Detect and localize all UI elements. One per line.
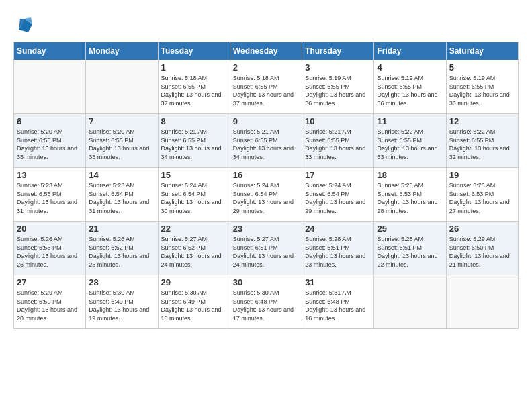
day-number: 6 xyxy=(17,116,83,126)
day-info: Sunrise: 5:30 AMSunset: 6:49 PMDaylight:… xyxy=(161,289,227,322)
day-info: Sunrise: 5:27 AMSunset: 6:51 PMDaylight:… xyxy=(233,235,299,269)
calendar-cell: 25Sunrise: 5:28 AMSunset: 6:51 PMDayligh… xyxy=(374,222,446,275)
calendar-cell: 9Sunrise: 5:21 AMSunset: 6:55 PMDaylight… xyxy=(230,114,302,168)
day-info: Sunrise: 5:31 AMSunset: 6:48 PMDaylight:… xyxy=(305,289,371,322)
calendar-cell: 24Sunrise: 5:28 AMSunset: 6:51 PMDayligh… xyxy=(302,222,374,275)
day-number: 3 xyxy=(305,62,371,73)
week-row-5: 27Sunrise: 5:29 AMSunset: 6:50 PMDayligh… xyxy=(14,275,519,329)
calendar-cell xyxy=(374,275,446,329)
calendar-cell: 29Sunrise: 5:30 AMSunset: 6:49 PMDayligh… xyxy=(158,275,230,329)
day-info: Sunrise: 5:24 AMSunset: 6:54 PMDaylight:… xyxy=(305,181,371,215)
day-number: 27 xyxy=(17,277,83,287)
calendar-cell: 8Sunrise: 5:21 AMSunset: 6:55 PMDaylight… xyxy=(158,114,230,168)
calendar-cell: 13Sunrise: 5:23 AMSunset: 6:55 PMDayligh… xyxy=(14,168,86,222)
calendar-cell: 23Sunrise: 5:27 AMSunset: 6:51 PMDayligh… xyxy=(230,222,302,275)
calendar-cell: 31Sunrise: 5:31 AMSunset: 6:48 PMDayligh… xyxy=(302,275,374,329)
day-info: Sunrise: 5:27 AMSunset: 6:52 PMDaylight:… xyxy=(161,235,227,269)
calendar-cell: 6Sunrise: 5:20 AMSunset: 6:55 PMDaylight… xyxy=(14,114,86,168)
week-row-2: 6Sunrise: 5:20 AMSunset: 6:55 PMDaylight… xyxy=(14,114,519,168)
calendar-cell: 5Sunrise: 5:19 AMSunset: 6:55 PMDaylight… xyxy=(446,60,518,114)
day-number: 28 xyxy=(89,277,154,287)
calendar-cell: 7Sunrise: 5:20 AMSunset: 6:55 PMDaylight… xyxy=(86,114,158,168)
day-info: Sunrise: 5:23 AMSunset: 6:54 PMDaylight:… xyxy=(89,181,154,215)
calendar-cell: 18Sunrise: 5:25 AMSunset: 6:53 PMDayligh… xyxy=(374,168,446,222)
day-number: 13 xyxy=(17,170,83,180)
day-number: 1 xyxy=(161,62,227,73)
day-number: 25 xyxy=(377,224,443,234)
calendar-cell: 20Sunrise: 5:26 AMSunset: 6:53 PMDayligh… xyxy=(14,222,86,275)
calendar-cell: 3Sunrise: 5:19 AMSunset: 6:55 PMDaylight… xyxy=(302,60,374,114)
calendar-cell: 10Sunrise: 5:21 AMSunset: 6:55 PMDayligh… xyxy=(302,114,374,168)
day-info: Sunrise: 5:19 AMSunset: 6:55 PMDaylight:… xyxy=(449,74,515,107)
day-number: 17 xyxy=(305,170,371,180)
day-info: Sunrise: 5:19 AMSunset: 6:55 PMDaylight:… xyxy=(305,74,371,107)
day-info: Sunrise: 5:29 AMSunset: 6:50 PMDaylight:… xyxy=(449,235,515,269)
day-number: 31 xyxy=(305,277,371,287)
weekday-header-monday: Monday xyxy=(86,42,158,60)
day-info: Sunrise: 5:23 AMSunset: 6:55 PMDaylight:… xyxy=(17,181,83,215)
day-info: Sunrise: 5:22 AMSunset: 6:55 PMDaylight:… xyxy=(377,128,443,161)
day-info: Sunrise: 5:28 AMSunset: 6:51 PMDaylight:… xyxy=(305,235,371,269)
day-number: 5 xyxy=(449,62,515,73)
day-number: 19 xyxy=(449,170,515,180)
day-number: 20 xyxy=(17,224,83,234)
day-number: 29 xyxy=(161,277,227,287)
calendar-cell xyxy=(446,275,518,329)
day-info: Sunrise: 5:21 AMSunset: 6:55 PMDaylight:… xyxy=(233,128,299,161)
calendar-cell: 2Sunrise: 5:18 AMSunset: 6:55 PMDaylight… xyxy=(230,60,302,114)
week-row-3: 13Sunrise: 5:23 AMSunset: 6:55 PMDayligh… xyxy=(14,168,519,222)
day-number: 11 xyxy=(377,116,443,126)
day-number: 8 xyxy=(161,116,227,126)
calendar-cell: 14Sunrise: 5:23 AMSunset: 6:54 PMDayligh… xyxy=(86,168,158,222)
calendar-cell: 30Sunrise: 5:30 AMSunset: 6:48 PMDayligh… xyxy=(230,275,302,329)
day-info: Sunrise: 5:25 AMSunset: 6:53 PMDaylight:… xyxy=(449,181,515,215)
calendar-cell: 15Sunrise: 5:24 AMSunset: 6:54 PMDayligh… xyxy=(158,168,230,222)
day-number: 30 xyxy=(233,277,299,287)
logo xyxy=(13,13,38,35)
day-number: 9 xyxy=(233,116,299,126)
weekday-header-row: SundayMondayTuesdayWednesdayThursdayFrid… xyxy=(14,42,519,60)
day-number: 23 xyxy=(233,224,299,234)
day-number: 26 xyxy=(449,224,515,234)
day-info: Sunrise: 5:21 AMSunset: 6:55 PMDaylight:… xyxy=(161,128,227,161)
day-info: Sunrise: 5:29 AMSunset: 6:50 PMDaylight:… xyxy=(17,289,83,322)
day-info: Sunrise: 5:26 AMSunset: 6:53 PMDaylight:… xyxy=(17,235,83,269)
weekday-header-saturday: Saturday xyxy=(446,42,518,60)
day-number: 10 xyxy=(305,116,371,126)
calendar-cell: 26Sunrise: 5:29 AMSunset: 6:50 PMDayligh… xyxy=(446,222,518,275)
weekday-header-tuesday: Tuesday xyxy=(158,42,230,60)
weekday-header-wednesday: Wednesday xyxy=(230,42,302,60)
day-info: Sunrise: 5:19 AMSunset: 6:55 PMDaylight:… xyxy=(377,74,443,107)
day-info: Sunrise: 5:24 AMSunset: 6:54 PMDaylight:… xyxy=(233,181,299,215)
day-number: 4 xyxy=(377,62,443,73)
day-number: 2 xyxy=(233,62,299,73)
calendar-cell: 17Sunrise: 5:24 AMSunset: 6:54 PMDayligh… xyxy=(302,168,374,222)
day-number: 12 xyxy=(449,116,515,126)
day-info: Sunrise: 5:20 AMSunset: 6:55 PMDaylight:… xyxy=(17,128,83,161)
day-number: 7 xyxy=(89,116,154,126)
week-row-4: 20Sunrise: 5:26 AMSunset: 6:53 PMDayligh… xyxy=(14,222,519,275)
day-info: Sunrise: 5:18 AMSunset: 6:55 PMDaylight:… xyxy=(233,74,299,107)
day-number: 24 xyxy=(305,224,371,234)
day-info: Sunrise: 5:18 AMSunset: 6:55 PMDaylight:… xyxy=(161,74,227,107)
day-info: Sunrise: 5:22 AMSunset: 6:55 PMDaylight:… xyxy=(449,128,515,161)
day-info: Sunrise: 5:30 AMSunset: 6:49 PMDaylight:… xyxy=(89,289,154,322)
weekday-header-friday: Friday xyxy=(374,42,446,60)
day-info: Sunrise: 5:28 AMSunset: 6:51 PMDaylight:… xyxy=(377,235,443,269)
day-number: 15 xyxy=(161,170,227,180)
weekday-header-sunday: Sunday xyxy=(14,42,86,60)
day-number: 14 xyxy=(89,170,154,180)
calendar-table: SundayMondayTuesdayWednesdayThursdayFrid… xyxy=(13,42,519,329)
calendar-cell: 28Sunrise: 5:30 AMSunset: 6:49 PMDayligh… xyxy=(86,275,158,329)
calendar-cell: 11Sunrise: 5:22 AMSunset: 6:55 PMDayligh… xyxy=(374,114,446,168)
calendar-cell: 12Sunrise: 5:22 AMSunset: 6:55 PMDayligh… xyxy=(446,114,518,168)
calendar-cell xyxy=(86,60,158,114)
day-number: 21 xyxy=(89,224,154,234)
page-header xyxy=(13,13,519,35)
day-info: Sunrise: 5:26 AMSunset: 6:52 PMDaylight:… xyxy=(89,235,154,269)
weekday-header-thursday: Thursday xyxy=(302,42,374,60)
day-info: Sunrise: 5:24 AMSunset: 6:54 PMDaylight:… xyxy=(161,181,227,215)
calendar-cell: 16Sunrise: 5:24 AMSunset: 6:54 PMDayligh… xyxy=(230,168,302,222)
calendar-cell: 21Sunrise: 5:26 AMSunset: 6:52 PMDayligh… xyxy=(86,222,158,275)
calendar-cell: 22Sunrise: 5:27 AMSunset: 6:52 PMDayligh… xyxy=(158,222,230,275)
